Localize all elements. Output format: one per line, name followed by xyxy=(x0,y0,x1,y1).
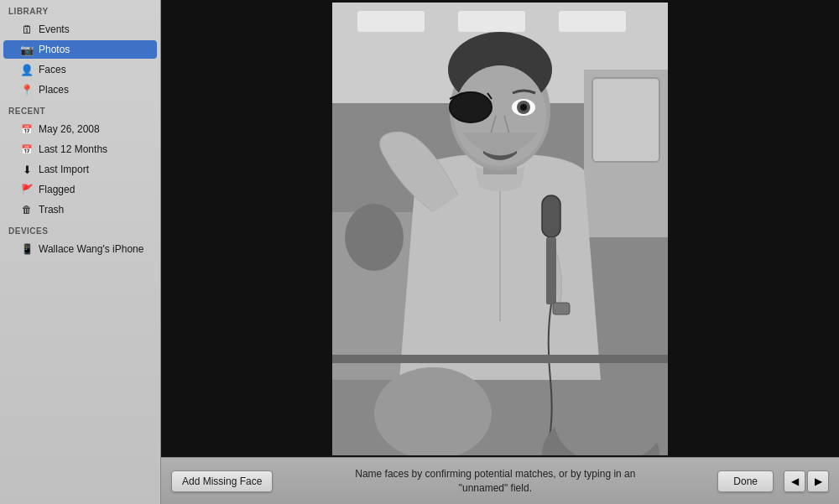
svg-rect-21 xyxy=(546,237,556,304)
import-icon: ⬇ xyxy=(20,163,34,176)
photo-canvas xyxy=(161,0,839,457)
info-line1: Name faces by confirming potential match… xyxy=(355,468,635,480)
sidebar-item-trash-label: Trash xyxy=(39,204,64,216)
sidebar-item-last12months[interactable]: 📅 Last 12 Months xyxy=(3,140,157,158)
sidebar-item-may2008-label: May 26, 2008 xyxy=(39,123,100,135)
library-section-header: LIBRARY xyxy=(0,0,160,19)
sidebar-item-events[interactable]: 🗓 Events xyxy=(3,20,157,39)
devices-section-header: DEVICES xyxy=(0,220,160,239)
sidebar-item-places[interactable]: 📍 Places xyxy=(3,81,157,99)
svg-point-8 xyxy=(345,204,404,271)
sidebar-item-faces-label: Faces xyxy=(39,64,66,75)
recent-section-header: RECENT xyxy=(0,100,160,119)
photo-area xyxy=(161,0,839,457)
sidebar-item-last12months-label: Last 12 Months xyxy=(39,143,107,155)
svg-rect-2 xyxy=(357,11,425,32)
svg-rect-27 xyxy=(332,355,668,363)
photos-icon: 📷 xyxy=(20,43,34,56)
sidebar-item-may2008[interactable]: 📅 May 26, 2008 xyxy=(3,120,157,138)
places-icon: 📍 xyxy=(20,83,34,96)
faces-icon: 👤 xyxy=(20,63,34,76)
info-line2: "unnamed" field. xyxy=(459,482,532,494)
sidebar-item-iphone[interactable]: 📱 Wallace Wang's iPhone xyxy=(3,240,157,258)
info-text: Name faces by confirming potential match… xyxy=(283,467,707,496)
sidebar-item-events-label: Events xyxy=(39,23,70,35)
prev-icon: ◀ xyxy=(791,475,799,487)
svg-point-24 xyxy=(374,367,492,455)
sidebar: LIBRARY 🗓 Events 📷 Photos 👤 Faces 📍 Plac… xyxy=(0,0,161,504)
iphone-icon: 📱 xyxy=(20,242,34,256)
sidebar-item-flagged[interactable]: 🚩 Flagged xyxy=(3,180,157,199)
sidebar-item-flagged-label: Flagged xyxy=(39,184,75,195)
svg-point-19 xyxy=(520,104,527,111)
calendar-icon-may: 📅 xyxy=(20,122,34,136)
add-missing-face-button[interactable]: Add Missing Face xyxy=(171,470,273,492)
svg-rect-4 xyxy=(559,11,626,32)
flag-icon: 🚩 xyxy=(20,183,34,196)
sidebar-item-lastimport-label: Last Import xyxy=(39,164,89,175)
done-button[interactable]: Done xyxy=(717,470,774,492)
svg-rect-22 xyxy=(553,303,570,314)
prev-button[interactable]: ◀ xyxy=(784,470,805,492)
sidebar-item-lastimport[interactable]: ⬇ Last Import xyxy=(3,160,157,179)
calendar-icon-12m: 📅 xyxy=(20,143,34,156)
main-content: Add Missing Face Name faces by confirmin… xyxy=(161,0,839,504)
sidebar-item-faces[interactable]: 👤 Faces xyxy=(3,60,157,79)
svg-rect-20 xyxy=(542,195,560,237)
sidebar-item-photos-label: Photos xyxy=(39,44,70,55)
svg-rect-3 xyxy=(458,11,525,32)
bottom-bar: Add Missing Face Name faces by confirmin… xyxy=(161,457,839,504)
sidebar-item-places-label: Places xyxy=(39,84,69,96)
svg-rect-6 xyxy=(592,78,659,162)
trash-icon: 🗑 xyxy=(20,203,34,216)
sidebar-item-trash[interactable]: 🗑 Trash xyxy=(3,200,157,219)
app-container: LIBRARY 🗓 Events 📷 Photos 👤 Faces 📍 Plac… xyxy=(0,0,839,504)
events-icon: 🗓 xyxy=(20,23,34,36)
next-button[interactable]: ▶ xyxy=(807,470,829,492)
sidebar-item-iphone-label: Wallace Wang's iPhone xyxy=(39,243,143,255)
next-icon: ▶ xyxy=(815,475,822,487)
sidebar-item-photos[interactable]: 📷 Photos xyxy=(3,40,157,59)
nav-buttons: ◀ ▶ xyxy=(784,470,829,492)
photo-image xyxy=(332,3,668,455)
